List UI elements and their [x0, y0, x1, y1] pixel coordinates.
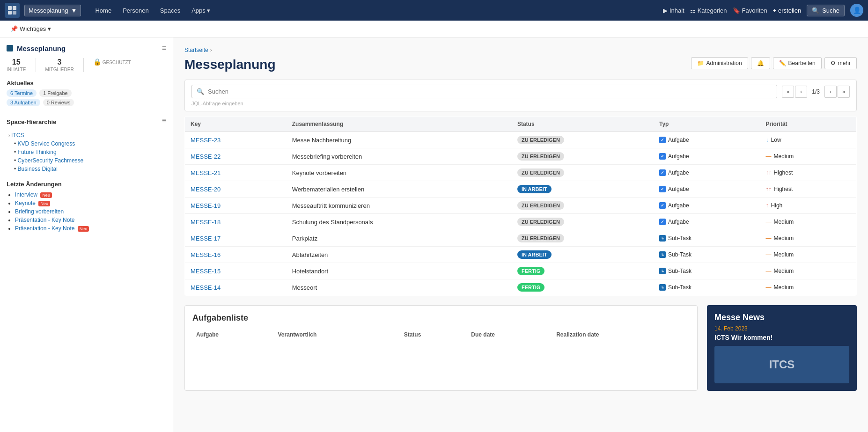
- issue-key-link-5[interactable]: MESSE-18: [191, 219, 221, 226]
- page-title: Messeplanung: [184, 57, 275, 72]
- type-label-8: Sub-Task: [668, 268, 691, 274]
- tag-termine[interactable]: 6 Termine: [7, 89, 37, 97]
- change-item-interview: Interview Neu: [15, 190, 166, 199]
- issue-key-link-8[interactable]: MESSE-15: [191, 268, 221, 275]
- type-label-1: Aufgabe: [668, 153, 689, 160]
- news-image: ITCS: [714, 346, 849, 383]
- cell-key-8: MESSE-15: [185, 263, 287, 279]
- change-link-interview[interactable]: Interview: [15, 191, 37, 198]
- table-row: MESSE-15 Hotelstandort FERTIG ↳ Sub-Task…: [185, 263, 857, 279]
- edit-button[interactable]: ✏️ Bearbeiten: [773, 57, 822, 69]
- prev-page-button[interactable]: ‹: [795, 86, 807, 98]
- hierarchy-item-kvd: • KVD Service Congress: [7, 139, 166, 148]
- hierarchy-link-cyber[interactable]: CyberSecurity Fachmesse: [18, 157, 84, 164]
- issue-key-link-9[interactable]: MESSE-14: [191, 284, 221, 291]
- aufgaben-table-head: Aufgabe Verantwortlich Status Due date R…: [192, 329, 690, 341]
- nav-link-home[interactable]: Home: [90, 4, 116, 17]
- priority-label-7: Medium: [774, 251, 794, 258]
- stat-inhalte: 15 INHALTE: [7, 58, 26, 72]
- priority-label-5: Medium: [774, 219, 794, 225]
- priority-label-1: Medium: [774, 153, 794, 160]
- hierarchy-link-itcs[interactable]: ITCS: [11, 132, 24, 139]
- issue-key-link-2[interactable]: MESSE-21: [191, 169, 221, 176]
- priority-icon-7: —: [766, 251, 772, 258]
- badge-new-praes2: Neu: [78, 226, 89, 232]
- inhalt-link[interactable]: ▶ Inhalt: [663, 7, 684, 14]
- administration-button[interactable]: 📁 Administration: [691, 57, 748, 69]
- priority-label-2: Highest: [774, 169, 793, 176]
- type-label-3: Aufgabe: [668, 186, 689, 192]
- filter-bar: 🔍 « ‹ 1/3 › » JQL-Abfrage eingeben: [184, 80, 857, 111]
- more-button[interactable]: ⚙ mehr: [824, 57, 857, 69]
- cell-type-8: ↳ Sub-Task: [654, 263, 760, 279]
- breadcrumb: Startseite ›: [184, 47, 857, 53]
- svg-rect-0: [8, 6, 12, 10]
- cell-priority-4: ↑ High: [760, 198, 857, 214]
- favoriten-link[interactable]: 🔖 Favoriten: [733, 7, 767, 14]
- type-label-4: Aufgabe: [668, 202, 689, 209]
- status-badge-1: ZU ERLEDIGEN: [517, 152, 564, 161]
- hierarchy-header: Space-Hierarchie ≡: [7, 113, 166, 128]
- cell-status-6: ZU ERLEDIGEN: [512, 230, 654, 247]
- hierarchy-menu-icon[interactable]: ≡: [162, 117, 166, 125]
- cell-priority-6: — Medium: [760, 230, 857, 247]
- user-avatar[interactable]: 👤: [850, 4, 863, 17]
- bell-button[interactable]: 🔔: [751, 57, 770, 69]
- cell-summary-5: Schulung des Standpersonals: [287, 214, 512, 230]
- search-input[interactable]: [208, 88, 772, 95]
- table-row: MESSE-19 Messeauftritt kommunizieren ZU …: [185, 198, 857, 214]
- nav-link-personen[interactable]: Personen: [118, 4, 154, 17]
- tag-aufgaben[interactable]: 3 Aufgaben: [7, 99, 40, 106]
- issues-table-head: Key Zusammenfassung Status Typ Priorität: [185, 117, 857, 132]
- change-link-praes2[interactable]: Präsentation - Key Note: [15, 225, 74, 232]
- nav-link-spaces[interactable]: Spaces: [155, 4, 185, 17]
- admin-icon: 📁: [697, 60, 704, 66]
- top-search[interactable]: 🔍 Suche: [807, 5, 845, 16]
- type-icon-2: ✓: [659, 169, 666, 176]
- table-row: MESSE-14 Messeort FERTIG ↳ Sub-Task — Me…: [185, 279, 857, 296]
- hierarchy-link-future[interactable]: Future Thinking: [18, 149, 57, 155]
- nav-link-apps[interactable]: Apps ▾: [187, 4, 215, 17]
- next-page-button[interactable]: ›: [824, 86, 837, 98]
- kategorien-link[interactable]: ⚏ Kategorien: [690, 7, 727, 14]
- cell-priority-5: — Medium: [760, 214, 857, 230]
- col-summary: Zusammenfassung: [287, 117, 512, 132]
- breadcrumb-startseite[interactable]: Startseite: [184, 47, 208, 53]
- change-link-praes1[interactable]: Präsentation - Key Note: [15, 217, 74, 223]
- cell-key-2: MESSE-21: [185, 165, 287, 181]
- aufgaben-col-due: Due date: [467, 329, 552, 341]
- user-icon: 👤: [853, 7, 861, 14]
- hierarchy-link-kvd[interactable]: KVD Service Congress: [18, 140, 75, 147]
- sidebar-menu-icon[interactable]: ≡: [162, 44, 166, 52]
- wichtiges-nav-item[interactable]: 📌 Wichtiges ▾: [7, 23, 55, 34]
- change-link-briefing[interactable]: Briefing vorbereiten: [15, 208, 64, 215]
- issue-key-link-1[interactable]: MESSE-22: [191, 153, 221, 160]
- hierarchy-link-business[interactable]: Business Digital: [18, 166, 58, 172]
- tag-freigabe[interactable]: 1 Freigabe: [39, 89, 72, 97]
- create-button[interactable]: + erstellen: [773, 7, 801, 14]
- issue-key-link-4[interactable]: MESSE-19: [191, 202, 221, 209]
- table-row: MESSE-23 Messe Nachbereitung ZU ERLEDIGE…: [185, 132, 857, 148]
- priority-icon-0: ↓: [766, 137, 769, 143]
- last-page-button[interactable]: »: [838, 86, 850, 98]
- filter-row: 🔍 « ‹ 1/3 › »: [191, 85, 850, 98]
- cell-priority-8: — Medium: [760, 263, 857, 279]
- tag-reviews[interactable]: 0 Reviews: [43, 99, 74, 106]
- change-link-keynote[interactable]: Keynote: [15, 200, 36, 206]
- space-selector[interactable]: Messeplanung ▼: [24, 5, 81, 16]
- aufgaben-table: Aufgabe Verantwortlich Status Due date R…: [192, 329, 690, 341]
- issue-key-link-6[interactable]: MESSE-17: [191, 235, 221, 242]
- first-page-button[interactable]: «: [782, 86, 794, 98]
- cell-summary-9: Messeort: [287, 279, 512, 296]
- bottom-panels: Aufgabenliste Aufgabe Verantwortlich Sta…: [184, 305, 857, 391]
- wichtiges-dropdown-icon: ▾: [48, 25, 51, 32]
- issue-key-link-7[interactable]: MESSE-16: [191, 251, 221, 258]
- secondary-navigation: 📌 Wichtiges ▾: [0, 21, 868, 37]
- logo-icon[interactable]: [5, 3, 20, 18]
- type-icon-0: ✓: [659, 137, 666, 143]
- issue-key-link-3[interactable]: MESSE-20: [191, 186, 221, 193]
- space-selector-arrow: ▼: [71, 7, 77, 14]
- issue-key-link-0[interactable]: MESSE-23: [191, 137, 221, 144]
- hierarchy-item-future: • Future Thinking: [7, 148, 166, 156]
- type-icon-1: ✓: [659, 153, 666, 160]
